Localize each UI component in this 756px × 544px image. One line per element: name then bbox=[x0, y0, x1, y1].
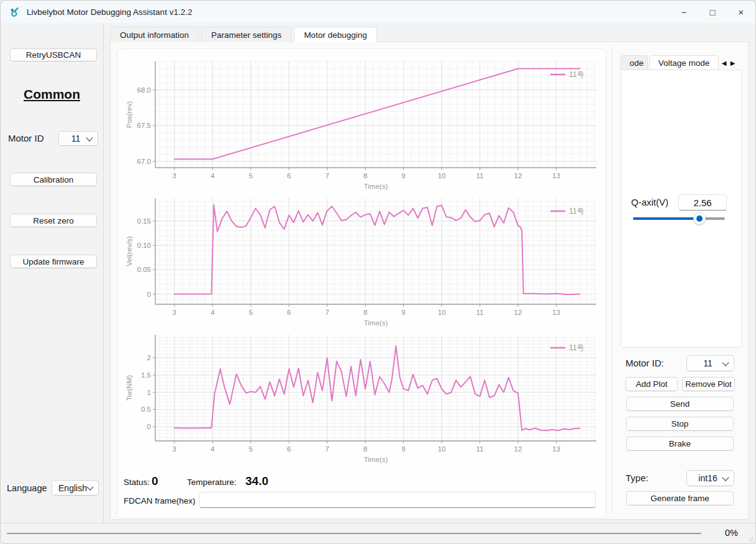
window-title: Livbelybot Motor Debugging Assistant v1.… bbox=[27, 7, 192, 17]
svg-text:11: 11 bbox=[476, 172, 484, 179]
add-plot-button[interactable]: Add Plot bbox=[626, 377, 678, 391]
update-firmware-button[interactable]: Update firmware bbox=[10, 255, 97, 268]
remove-plot-button[interactable]: Remove Plot bbox=[682, 377, 735, 391]
svg-text:11: 11 bbox=[476, 309, 484, 316]
svg-text:13: 13 bbox=[552, 309, 560, 316]
svg-text:67.5: 67.5 bbox=[137, 122, 151, 129]
svg-text:0.15: 0.15 bbox=[137, 217, 151, 225]
velocity-chart: 34567891011121300.050.100.1511号Vel(rev/s… bbox=[123, 194, 601, 330]
panel-motor-id-value: 11 bbox=[693, 358, 723, 368]
svg-text:8: 8 bbox=[363, 172, 367, 179]
tab-voltage-mode[interactable]: Voltage mode bbox=[649, 55, 719, 70]
minimize-button[interactable]: − bbox=[670, 1, 698, 23]
retry-usbcan-button[interactable]: RetryUSBCAN bbox=[10, 48, 97, 61]
svg-text:4: 4 bbox=[211, 172, 215, 179]
svg-text:0: 0 bbox=[147, 291, 151, 298]
q-axis-input[interactable] bbox=[678, 194, 727, 211]
tab-scroll-left-button[interactable]: ◀ bbox=[720, 57, 728, 68]
brake-button[interactable]: Brake bbox=[626, 437, 734, 451]
svg-text:0.10: 0.10 bbox=[137, 242, 151, 249]
motor-debugging-page: 34567891011121367.067.568.011号Pos(rev)Ti… bbox=[110, 42, 749, 520]
svg-text:3: 3 bbox=[173, 309, 176, 316]
svg-text:1.5: 1.5 bbox=[141, 371, 151, 379]
progress-percent: 0% bbox=[725, 528, 738, 538]
titlebar: Livbelybot Motor Debugging Assistant v1.… bbox=[1, 1, 755, 23]
svg-text:0: 0 bbox=[147, 423, 151, 430]
svg-text:Time(s): Time(s) bbox=[364, 183, 388, 190]
svg-text:12: 12 bbox=[514, 309, 522, 316]
motor-id-value: 11 bbox=[65, 134, 87, 143]
svg-text:6: 6 bbox=[287, 445, 291, 453]
svg-text:11号: 11号 bbox=[569, 70, 584, 79]
language-dropdown[interactable]: English bbox=[52, 480, 99, 496]
svg-text:11号: 11号 bbox=[569, 207, 584, 215]
close-button[interactable]: × bbox=[727, 1, 755, 23]
q-axis-slider[interactable] bbox=[633, 214, 725, 223]
svg-text:7: 7 bbox=[325, 309, 329, 316]
tab-motor-debugging[interactable]: Motor debugging bbox=[294, 27, 376, 42]
type-dropdown[interactable]: int16 bbox=[686, 470, 734, 486]
status-bar: 0% bbox=[1, 523, 755, 543]
motor-id-dropdown[interactable]: 11 bbox=[58, 131, 98, 146]
tab-scroll-right-button[interactable]: ▶ bbox=[729, 57, 737, 68]
main-tabbar: Output information Parameter settings Mo… bbox=[110, 27, 377, 42]
status-label: Status: bbox=[124, 478, 150, 487]
svg-text:11号: 11号 bbox=[569, 343, 584, 352]
svg-text:7: 7 bbox=[325, 172, 329, 179]
svg-text:2: 2 bbox=[147, 354, 151, 361]
sidebar: RetryUSBCAN Common Motor ID 11 Calibrati… bbox=[1, 23, 104, 523]
svg-text:Pos(rev): Pos(rev) bbox=[125, 101, 133, 129]
svg-text:12: 12 bbox=[514, 172, 522, 179]
resize-grip[interactable] bbox=[748, 536, 754, 542]
torque-chart: 34567891011121300.511.5211号Tor(NM)Time(s… bbox=[123, 331, 601, 466]
fdcan-frame-input[interactable] bbox=[199, 492, 596, 508]
svg-text:Time(s): Time(s) bbox=[364, 319, 388, 327]
charts-card: 34567891011121367.067.568.011号Pos(rev)Ti… bbox=[117, 48, 606, 519]
calibration-button[interactable]: Calibration bbox=[10, 173, 97, 186]
tab-parameter-settings[interactable]: Parameter settings bbox=[201, 27, 291, 42]
svg-text:10: 10 bbox=[438, 445, 446, 453]
panel-divider bbox=[612, 47, 613, 513]
svg-text:3: 3 bbox=[173, 445, 176, 453]
svg-text:7: 7 bbox=[325, 445, 329, 453]
svg-text:Tor(NM): Tor(NM) bbox=[125, 375, 133, 401]
svg-text:9: 9 bbox=[401, 172, 405, 179]
svg-text:0.05: 0.05 bbox=[137, 266, 151, 273]
svg-text:9: 9 bbox=[401, 445, 405, 453]
position-chart: 34567891011121367.067.568.011号Pos(rev)Ti… bbox=[123, 58, 601, 193]
svg-text:5: 5 bbox=[248, 445, 252, 453]
svg-text:4: 4 bbox=[211, 445, 215, 453]
svg-text:4: 4 bbox=[211, 309, 215, 316]
svg-text:6: 6 bbox=[287, 172, 291, 179]
language-value: English bbox=[58, 483, 88, 493]
svg-text:12: 12 bbox=[514, 445, 522, 453]
stop-button[interactable]: Stop bbox=[626, 417, 734, 431]
tab-output-information[interactable]: Output information bbox=[110, 27, 199, 42]
maximize-button[interactable]: □ bbox=[698, 1, 727, 23]
generate-frame-button[interactable]: Generate frame bbox=[626, 491, 734, 505]
slider-fill bbox=[633, 217, 699, 220]
chevron-down-icon bbox=[722, 359, 729, 366]
fdcan-frame-label: FDCAN frame(hex) bbox=[124, 496, 196, 505]
svg-text:10: 10 bbox=[438, 309, 446, 316]
send-button[interactable]: Send bbox=[626, 397, 734, 411]
slider-handle[interactable] bbox=[693, 212, 706, 225]
svg-text:5: 5 bbox=[248, 172, 252, 179]
svg-text:68.0: 68.0 bbox=[137, 86, 151, 94]
chevron-down-icon bbox=[86, 134, 93, 141]
tab-mode-partial[interactable]: ode bbox=[621, 55, 648, 70]
svg-text:11: 11 bbox=[476, 445, 484, 453]
svg-text:13: 13 bbox=[552, 172, 560, 179]
app-logo-icon bbox=[9, 6, 20, 17]
temperature-value: 34.0 bbox=[245, 474, 268, 488]
svg-text:5: 5 bbox=[248, 309, 252, 316]
svg-text:6: 6 bbox=[287, 309, 291, 316]
status-value: 0 bbox=[152, 474, 158, 488]
common-section-title: Common bbox=[1, 87, 103, 102]
svg-text:8: 8 bbox=[363, 445, 367, 453]
type-value: int16 bbox=[693, 473, 723, 483]
chevron-down-icon bbox=[722, 474, 729, 481]
q-axis-label: Q-axit(V) bbox=[631, 197, 668, 207]
reset-zero-button[interactable]: Reset zero bbox=[10, 214, 97, 227]
panel-motor-id-dropdown[interactable]: 11 bbox=[686, 355, 734, 371]
